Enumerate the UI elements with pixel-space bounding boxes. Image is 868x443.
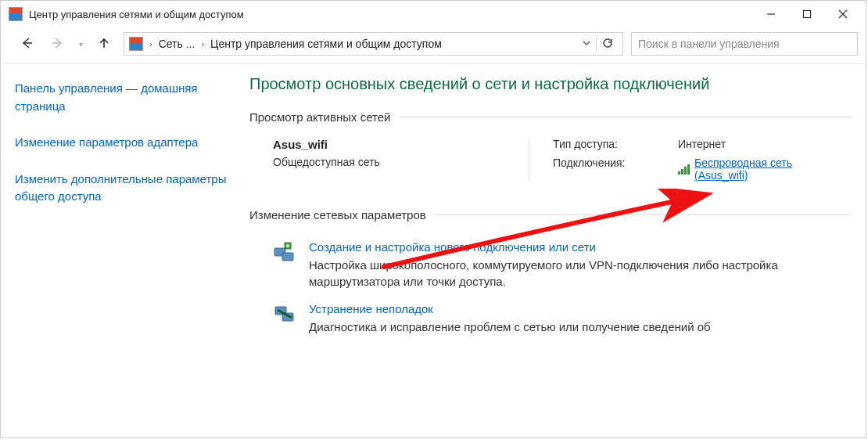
connection-link[interactable]: Беспроводная сеть (Asus_wifi) bbox=[694, 157, 836, 182]
network-ssid: Asus_wifi bbox=[273, 138, 497, 151]
access-type-label: Тип доступа: bbox=[553, 138, 678, 150]
search-placeholder: Поиск в панели управления bbox=[638, 38, 780, 50]
forward-button[interactable] bbox=[46, 36, 70, 52]
toolbar: ▾ › Сеть ... › Центр управления сетями и… bbox=[1, 27, 866, 64]
section-active-networks: Просмотр активных сетей bbox=[249, 110, 852, 124]
minimize-button[interactable] bbox=[753, 2, 789, 26]
crumb-current[interactable]: Центр управления сетями и общим доступом bbox=[210, 38, 442, 50]
chevron-right-icon: › bbox=[199, 39, 206, 49]
connections-label: Подключения: bbox=[553, 157, 678, 169]
task-new-connection-desc: Настройка широкополосного, коммутируемог… bbox=[309, 257, 836, 290]
network-type: Общедоступная сеть bbox=[273, 156, 497, 168]
search-input[interactable]: Поиск в панели управления bbox=[631, 32, 858, 56]
task-troubleshoot[interactable]: Устранение неполадок Диагностика и испра… bbox=[249, 297, 852, 343]
back-button[interactable] bbox=[15, 36, 38, 52]
up-button[interactable] bbox=[92, 36, 116, 52]
svg-rect-7 bbox=[282, 253, 293, 261]
window-titlebar: Центр управления сетями и общим доступом bbox=[1, 1, 866, 27]
new-connection-icon bbox=[273, 240, 296, 264]
access-type-value: Интернет bbox=[678, 138, 836, 150]
svg-rect-1 bbox=[804, 11, 811, 18]
sidebar-link-sharing[interactable]: Изменить дополнительные параметры общего… bbox=[15, 171, 234, 206]
app-icon bbox=[9, 7, 23, 21]
sidebar: Панель управления — домашняя страница Из… bbox=[15, 75, 234, 343]
close-button[interactable] bbox=[825, 2, 861, 26]
maximize-button[interactable] bbox=[789, 2, 825, 26]
page-heading: Просмотр основных сведений о сети и наст… bbox=[249, 75, 852, 93]
task-new-connection[interactable]: Создание и настройка нового подключения … bbox=[249, 236, 852, 297]
history-dropdown[interactable]: ▾ bbox=[77, 40, 84, 49]
sidebar-link-adapter[interactable]: Изменение параметров адаптера bbox=[15, 134, 234, 152]
task-troubleshoot-title: Устранение неполадок bbox=[309, 302, 711, 315]
active-network-box: Asus_wifi Общедоступная сеть Тип доступа… bbox=[249, 138, 852, 194]
crumb-network[interactable]: Сеть ... bbox=[159, 38, 195, 50]
troubleshoot-icon bbox=[273, 302, 296, 326]
breadcrumb-icon bbox=[129, 37, 143, 51]
address-breadcrumb[interactable]: › Сеть ... › Центр управления сетями и о… bbox=[124, 32, 623, 56]
refresh-button[interactable] bbox=[596, 37, 618, 52]
window-title: Центр управления сетями и общим доступом bbox=[29, 9, 244, 20]
wifi-signal-icon bbox=[678, 164, 690, 175]
sidebar-link-home[interactable]: Панель управления — домашняя страница bbox=[15, 80, 234, 115]
section-change-settings: Изменение сетевых параметров bbox=[249, 208, 852, 222]
task-new-connection-title: Создание и настройка нового подключения … bbox=[309, 240, 836, 254]
chevron-right-icon: › bbox=[148, 39, 154, 49]
task-troubleshoot-desc: Диагностика и исправление проблем с сеть… bbox=[309, 319, 711, 335]
main-panel: Просмотр основных сведений о сети и наст… bbox=[249, 75, 852, 343]
address-dropdown-icon[interactable] bbox=[582, 38, 591, 50]
